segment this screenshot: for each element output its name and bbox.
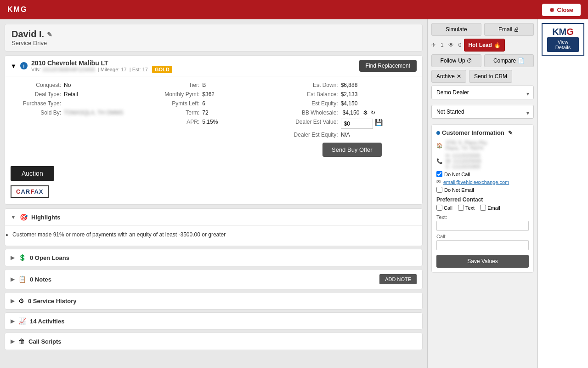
close-button[interactable]: ⊗ Close: [542, 4, 581, 16]
call-scripts-section: ▶ 🗑 Call Scripts: [5, 333, 423, 350]
dealer-est-value-row: Dealer Est Value: 💾: [288, 119, 417, 129]
send-count: 1: [441, 42, 444, 48]
close-icon: ⊗: [549, 6, 554, 13]
purchase-type-row: Purchase Type:: [11, 100, 140, 107]
open-loans-title: 0 Open Loans: [30, 254, 69, 261]
customer-card: David I. ✎ Service Drive: [5, 24, 423, 52]
send-icon: ✈: [431, 42, 436, 48]
save-values-button[interactable]: Save Values: [436, 255, 529, 268]
do-not-email-checkbox[interactable]: [436, 187, 442, 193]
service-history-section: ▶ ⚙ 0 Service History: [5, 292, 423, 310]
far-right-panel: KMG View Details: [537, 19, 588, 368]
doc-icon: 📄: [518, 58, 525, 64]
detail-col-1: Conquest: No Deal Type: Retail Purchase …: [11, 82, 140, 157]
call-scripts-chevron: ▶: [11, 338, 15, 345]
status-dropdown-wrapper: Not Started: [431, 105, 534, 121]
call-scripts-header[interactable]: ▶ 🗑 Call Scripts: [5, 333, 422, 350]
call-checkbox[interactable]: [436, 205, 442, 211]
detail-col-3: Est Down: $6,888 Est Balance: $2,133 Est…: [288, 82, 417, 157]
call-field-area: Call:: [436, 234, 529, 250]
activities-chevron: ▶: [11, 318, 15, 324]
est-down-row: Est Down: $6,888: [288, 82, 417, 88]
kmg-logo: KMG: [547, 27, 579, 37]
info-icon: i: [20, 62, 28, 69]
bb-wholesale-row: BB Wholesale: $4,150 ⚙ ↻: [288, 109, 417, 116]
call-input[interactable]: [436, 240, 529, 250]
home-icon: 🏠: [436, 143, 443, 149]
dealer-save-icon[interactable]: 💾: [375, 119, 383, 126]
detail-col-2: Tier: B Monthly Pymt: $362 Pymts Left: 6…: [149, 82, 278, 157]
info-dot: [436, 131, 440, 135]
vehicle-vin: 1G1ZC5EBXAF123456: [42, 67, 95, 72]
vehicle-title: 2010 Chevrolet Malibu LT: [31, 59, 172, 67]
call-option[interactable]: Call: [436, 205, 452, 211]
est-balance-row: Est Balance: $2,133: [288, 91, 417, 98]
tier-row: Tier: B: [149, 82, 278, 88]
open-loans-header[interactable]: ▶ 💲 0 Open Loans: [5, 249, 422, 266]
vehicle-title-block: 2010 Chevrolet Malibu LT VIN: 1G1ZC5EBXA…: [31, 59, 172, 72]
text-option[interactable]: Text: [458, 205, 475, 211]
vehicle-vin-row: VIN: 1G1ZC5EBXAF123456 | Mileage: 17 | E…: [31, 67, 172, 72]
print-icon: 🖨: [514, 26, 519, 33]
email-checkbox[interactable]: [480, 205, 486, 211]
view-details-button[interactable]: View Details: [547, 37, 579, 52]
home-phone: H: 1112223333: [446, 153, 481, 158]
deal-type-row: Deal Type: Retail: [11, 91, 140, 98]
notes-title: 0 Notes: [30, 276, 51, 283]
vehicle-chevron[interactable]: ▼: [11, 63, 17, 69]
bb-refresh-icon[interactable]: ↻: [371, 109, 375, 116]
sold-by-row: Sold By: TOMASQLA, TH OMMS: [11, 109, 140, 116]
apr-row: APR: 5.15%: [149, 119, 278, 125]
action-row-2: ✈ 1 👁 0 Hot Lead 🔥: [431, 39, 534, 52]
status-dropdown[interactable]: Not Started: [431, 105, 534, 119]
sold-by-value: TOMASQLA, TH OMMS: [64, 109, 124, 116]
notes-icon: 📋: [18, 276, 26, 283]
service-history-header[interactable]: ▶ ⚙ 0 Service History: [5, 293, 422, 309]
activities-header[interactable]: ▶ 📈 14 Activities: [5, 313, 422, 329]
customer-edit-icon[interactable]: ✎: [508, 130, 513, 136]
find-replacement-button[interactable]: Find Replacement: [359, 60, 417, 72]
highlights-header[interactable]: ▼ 🎯 Highlights: [5, 209, 422, 225]
email-button[interactable]: Email 🖨: [484, 23, 534, 36]
archive-x-icon: ✕: [457, 73, 461, 80]
open-loans-section: ▶ 💲 0 Open Loans: [5, 249, 423, 266]
do-not-call-checkbox[interactable]: [436, 171, 442, 177]
highlights-title: Highlights: [31, 214, 61, 221]
contact-options: Call Text Email: [436, 205, 529, 211]
view-count: 0: [458, 42, 462, 48]
follow-up-button[interactable]: Follow-Up ⏱: [431, 54, 481, 67]
activities-icon: 📈: [18, 317, 26, 325]
service-history-chevron: ▶: [11, 298, 15, 304]
dealer-dropdown[interactable]: Demo Dealer: [431, 86, 534, 99]
add-note-button[interactable]: ADD NOTE: [379, 274, 417, 284]
vehicle-bottom: Auction CARFAX: [5, 162, 422, 204]
hot-lead-button[interactable]: Hot Lead 🔥: [464, 39, 504, 52]
edit-icon[interactable]: ✎: [47, 31, 52, 38]
highlights-body: Customer made 91% or more of payments wi…: [5, 225, 422, 246]
do-not-email-row: Do Not Email: [436, 187, 529, 193]
archive-button[interactable]: Archive ✕: [431, 70, 466, 83]
bb-settings-icon[interactable]: ⚙: [363, 109, 368, 116]
text-checkbox[interactable]: [458, 205, 464, 211]
dealer-dropdown-wrapper: Demo Dealer: [431, 86, 534, 102]
conquest-row: Conquest: No: [11, 82, 140, 88]
notes-header[interactable]: ▶ 📋 0 Notes ADD NOTE: [5, 270, 422, 289]
pymts-left-row: Pymts Left: 6: [149, 100, 278, 107]
do-not-call-row: Do Not Call: [436, 171, 529, 177]
simulate-button[interactable]: Simulate: [431, 23, 481, 36]
send-crm-button[interactable]: Send to CRM: [469, 70, 512, 83]
vehicle-details: Conquest: No Deal Type: Retail Purchase …: [5, 76, 422, 162]
auction-button[interactable]: Auction: [11, 166, 54, 181]
highlights-section: ▼ 🎯 Highlights Customer made 91% or more…: [5, 208, 423, 246]
activities-title: 14 Activities: [30, 318, 64, 325]
send-buy-offer-button[interactable]: Send Buy Offer: [322, 143, 382, 157]
email-link[interactable]: email@vehicleexchange.com: [443, 179, 509, 185]
text-input[interactable]: [436, 221, 529, 231]
email-option[interactable]: Email: [480, 205, 500, 211]
address-row: 🏠 3781 S. Plano Pky Plano, TX 75074: [436, 140, 529, 151]
action-row-4: Archive ✕ Send to CRM: [431, 70, 534, 83]
dealer-est-value-input[interactable]: [341, 119, 373, 129]
carfax-logo: CARFAX: [11, 185, 49, 198]
compare-button[interactable]: Compare 📄: [484, 54, 534, 67]
highlights-icon: 🎯: [20, 213, 28, 221]
